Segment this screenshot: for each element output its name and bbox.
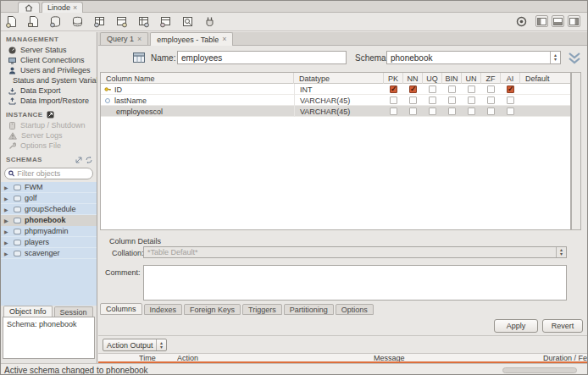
grid-scrollbar-track[interactable] xyxy=(571,72,581,230)
checkbox-pk[interactable] xyxy=(390,97,397,104)
schema-item-golf[interactable]: ▶golf xyxy=(1,193,97,204)
create-procedure-icon[interactable] xyxy=(136,15,151,29)
tab-session[interactable]: Session xyxy=(54,306,93,317)
checkbox-ai[interactable] xyxy=(507,108,514,115)
create-view-icon[interactable] xyxy=(114,15,129,29)
horizontal-scrollbar-thumb[interactable] xyxy=(502,367,577,373)
sidebar-item-startup-shutdown[interactable]: Startup / Shutdown xyxy=(1,120,97,130)
expand-schemas-icon[interactable] xyxy=(75,157,82,163)
open-script-icon[interactable] xyxy=(26,15,41,29)
schema-item-groupschedule[interactable]: ▶groupSchedule xyxy=(1,204,97,215)
toggle-left-panel-icon[interactable] xyxy=(535,15,548,27)
status-circle-icon[interactable] xyxy=(516,16,527,27)
schema-item-players[interactable]: ▶players xyxy=(1,237,97,248)
sidebar-item-data-export[interactable]: Data Export xyxy=(1,85,97,96)
tab-options[interactable]: Options xyxy=(336,304,374,315)
create-table-icon[interactable] xyxy=(92,15,107,29)
create-function-icon[interactable] xyxy=(158,15,173,29)
tab-indexes[interactable]: Indexes xyxy=(144,304,183,315)
expander-icon[interactable]: ▶ xyxy=(4,251,10,256)
table-name-input[interactable] xyxy=(177,51,347,64)
expander-icon[interactable]: ▶ xyxy=(4,196,10,201)
tab-foreign-keys[interactable]: Foreign Keys xyxy=(184,304,241,315)
expander-icon[interactable]: ▶ xyxy=(4,185,10,190)
header-pk[interactable]: PK xyxy=(384,73,403,84)
schema-item-phonebook[interactable]: ▶phonebook xyxy=(1,215,97,226)
schema-filter-box[interactable] xyxy=(4,168,93,179)
expander-icon[interactable]: ▶ xyxy=(4,229,10,234)
column-row-employeescol[interactable]: employeescol VARCHAR(45) xyxy=(101,106,570,117)
expander-icon[interactable]: ▶ xyxy=(4,240,10,245)
expander-icon[interactable]: ▶ xyxy=(4,218,10,223)
comment-textarea[interactable] xyxy=(143,265,567,301)
checkbox-un[interactable] xyxy=(468,85,475,93)
schema-select[interactable]: phonebook xyxy=(386,51,561,64)
checkbox-uq[interactable] xyxy=(429,85,436,93)
new-query-icon[interactable] xyxy=(4,15,19,29)
checkbox-bin[interactable] xyxy=(448,85,456,93)
schema-item-phpmyadmin[interactable]: ▶phpmyadmin xyxy=(1,226,97,237)
tab-employees-table[interactable]: employees - Table × xyxy=(150,32,233,46)
header-datatype[interactable]: Datatype xyxy=(294,73,384,84)
checkbox-uq[interactable] xyxy=(429,97,436,104)
search-data-icon[interactable] xyxy=(180,15,195,29)
connection-tab-linode[interactable]: Linode × xyxy=(42,2,83,13)
checkbox-zf[interactable] xyxy=(487,97,495,104)
sidebar-item-server-status[interactable]: Server Status xyxy=(1,45,97,55)
tab-columns[interactable]: Columns xyxy=(100,303,142,315)
create-schema-icon[interactable] xyxy=(48,15,63,29)
column-row-id[interactable]: ID INT xyxy=(101,84,570,95)
tab-query-1[interactable]: Query 1 × xyxy=(100,32,148,45)
header-zf[interactable]: ZF xyxy=(481,73,501,84)
header-ai[interactable]: AI xyxy=(501,73,520,84)
sidebar-item-data-import[interactable]: Data Import/Restore xyxy=(1,96,97,106)
create-database-icon[interactable] xyxy=(70,15,85,29)
tab-object-info[interactable]: Object Info xyxy=(3,306,53,317)
header-un[interactable]: UN xyxy=(462,73,481,84)
revert-button[interactable]: Revert xyxy=(542,319,583,333)
sidebar-item-options-file[interactable]: Options File xyxy=(1,141,97,151)
refresh-schemas-icon[interactable] xyxy=(86,157,92,163)
schema-item-scavenger[interactable]: ▶scavenger xyxy=(1,248,97,259)
checkbox-bin[interactable] xyxy=(448,108,456,115)
schema-item-fwm[interactable]: ▶FWM xyxy=(1,182,97,193)
tab-triggers[interactable]: Triggers xyxy=(242,304,282,315)
checkbox-nn[interactable] xyxy=(409,97,417,104)
apply-button[interactable]: Apply xyxy=(494,319,538,333)
checkbox-zf[interactable] xyxy=(487,108,495,115)
close-tab-icon[interactable]: × xyxy=(222,36,226,43)
header-default[interactable]: Default xyxy=(520,73,570,84)
checkbox-un[interactable] xyxy=(468,108,475,115)
header-bin[interactable]: BIN xyxy=(442,73,462,84)
expand-form-chevron-icon[interactable] xyxy=(567,52,582,64)
checkbox-uq[interactable] xyxy=(429,108,436,115)
action-output-select[interactable]: Action Output xyxy=(103,339,167,351)
header-column-name[interactable]: Column Name xyxy=(101,73,294,84)
checkbox-nn[interactable] xyxy=(409,85,417,93)
schema-filter-input[interactable] xyxy=(17,169,89,178)
home-tab[interactable] xyxy=(18,2,40,13)
sidebar-item-server-logs[interactable]: Server Logs xyxy=(1,130,97,141)
checkbox-bin[interactable] xyxy=(448,97,456,104)
sidebar-item-client-connections[interactable]: Client Connections xyxy=(1,55,97,65)
checkbox-ai[interactable] xyxy=(507,85,514,93)
sidebar-item-users-privileges[interactable]: Users and Privileges xyxy=(1,65,97,75)
header-nn[interactable]: NN xyxy=(403,73,423,84)
collation-select[interactable]: *Table Default* xyxy=(143,246,567,258)
expander-icon[interactable]: ▶ xyxy=(4,207,10,212)
close-tab-icon[interactable]: × xyxy=(137,36,141,43)
column-row-lastname[interactable]: lastName VARCHAR(45) xyxy=(101,95,570,106)
checkbox-pk[interactable] xyxy=(390,85,397,93)
checkbox-zf[interactable] xyxy=(487,85,495,93)
checkbox-ai[interactable] xyxy=(507,97,514,104)
header-uq[interactable]: UQ xyxy=(423,73,442,84)
tab-partitioning[interactable]: Partitioning xyxy=(284,304,334,315)
close-tab-icon[interactable]: × xyxy=(73,4,77,12)
checkbox-pk[interactable] xyxy=(390,108,397,115)
reconnect-server-icon[interactable] xyxy=(202,15,217,29)
sidebar-item-status-system-variables[interactable]: Status and System Variables xyxy=(1,75,97,85)
checkbox-nn[interactable] xyxy=(409,108,417,115)
checkbox-un[interactable] xyxy=(468,97,475,104)
toggle-bottom-panel-icon[interactable] xyxy=(552,15,564,27)
toggle-right-panel-icon[interactable] xyxy=(568,15,580,27)
